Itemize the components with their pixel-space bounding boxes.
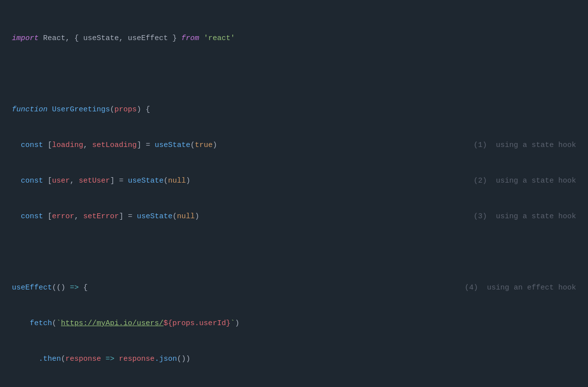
annotation-1: (1) using a state hook [474,140,576,151]
line-const-user: const [user, setUser] = useState(null) (… [12,175,576,187]
annotation-4: (4) using an effect hook [465,282,576,294]
line-const-loading: const [loading, setLoading] = useState(t… [12,140,576,151]
line-blank-1 [12,68,576,80]
code-const-user: const [user, setUser] = useState(null) [12,175,190,187]
line-useeffect: useEffect(() => { (4) using an effect ho… [12,282,576,294]
line-const-error: const [error, setError] = useState(null)… [12,211,576,223]
line-then-response: .then(response => response.json()) [12,353,576,365]
code-then-response: .then(response => response.json()) [12,353,190,365]
line-blank-2 [12,246,576,258]
line-1: import React, { useState, useEffect } fr… [12,33,576,45]
code-const-error: const [error, setError] = useState(null) [12,211,199,223]
line-fetch: fetch(`https://myApi.io/users/${props.us… [12,318,576,330]
code-const-loading: const [loading, setLoading] = useState(t… [12,140,217,151]
line-fn-decl: function UserGreetings(props) { [12,104,576,116]
code-useeffect: useEffect(() => { [12,282,88,294]
annotation-2: (2) using a state hook [474,175,576,187]
code-import: import React, { useState, useEffect } fr… [12,33,235,45]
code-editor: import React, { useState, useEffect } fr… [12,9,576,387]
code-fetch: fetch(`https://myApi.io/users/${props.us… [12,318,239,330]
code-fn-decl: function UserGreetings(props) { [12,104,150,116]
annotation-3: (3) using a state hook [474,211,576,223]
